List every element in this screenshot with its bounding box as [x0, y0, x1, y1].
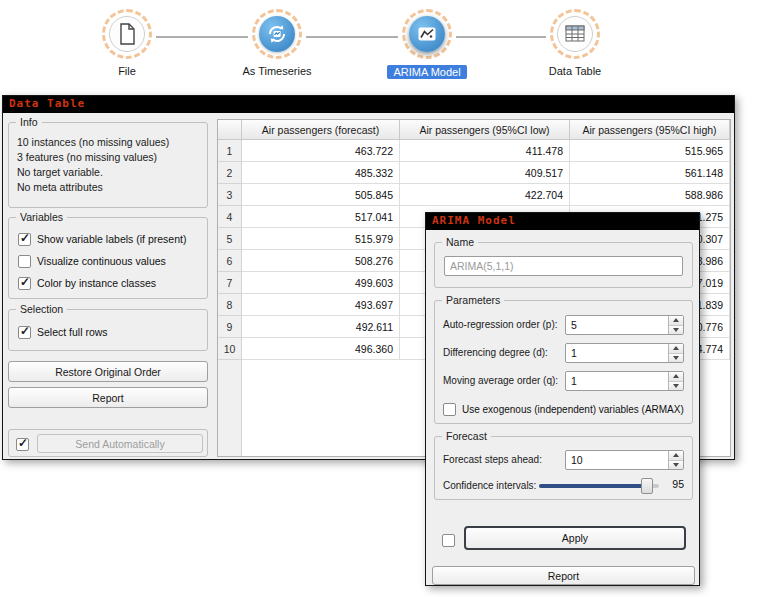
node-ring: [550, 9, 600, 59]
data-table-titlebar[interactable]: Data Table: [3, 96, 734, 113]
select-full-rows-checkbox[interactable]: Select full rows: [18, 324, 108, 340]
cell[interactable]: 496.360: [242, 338, 400, 360]
row-header[interactable]: 3: [218, 184, 242, 206]
cell[interactable]: 588.986: [570, 184, 730, 206]
cell[interactable]: 492.611: [242, 316, 400, 338]
selection-heading: Selection: [16, 303, 67, 315]
cell[interactable]: 411.478: [400, 140, 570, 162]
data-table-window-title: Data Table: [9, 97, 85, 110]
show-variable-labels-checkbox[interactable]: Show variable labels (if present): [18, 231, 186, 247]
row-header[interactable]: 6: [218, 250, 242, 272]
restore-original-order-button[interactable]: Restore Original Order: [8, 361, 208, 382]
q-order-label: Moving average order (q):: [443, 375, 558, 386]
table-row[interactable]: 1 463.722 411.478 515.965: [218, 140, 730, 162]
spin-up-icon[interactable]: [669, 344, 683, 354]
visualize-continuous-checkbox[interactable]: Visualize continuous values: [18, 253, 166, 269]
forecast-steps-spinbox[interactable]: 10: [565, 450, 684, 470]
send-automatically-checkbox[interactable]: [16, 436, 29, 452]
checkbox-icon[interactable]: [18, 255, 31, 268]
node-ring: [252, 9, 302, 59]
cell[interactable]: 485.332: [242, 162, 400, 184]
cell[interactable]: 409.517: [400, 162, 570, 184]
node-as-timeseries[interactable]: As Timeseries: [202, 9, 352, 77]
arima-dialog-titlebar[interactable]: ARIMA Model: [426, 213, 699, 230]
auto-apply-checkbox[interactable]: [442, 532, 455, 548]
cell[interactable]: 463.722: [242, 140, 400, 162]
table-row[interactable]: 2 485.332 409.517 561.148: [218, 162, 730, 184]
node-label-file[interactable]: File: [118, 65, 136, 77]
confidence-slider[interactable]: [539, 478, 659, 494]
table-corner[interactable]: [218, 120, 242, 140]
info-heading: Info: [16, 116, 42, 128]
checkbox-label: Show variable labels (if present): [37, 233, 186, 245]
table-row[interactable]: 3 505.845 422.704 588.986: [218, 184, 730, 206]
arima-report-button[interactable]: Report: [432, 566, 695, 585]
cell[interactable]: 493.697: [242, 294, 400, 316]
slider-handle[interactable]: [641, 478, 653, 494]
spin-value[interactable]: 1: [566, 344, 668, 362]
armax-checkbox[interactable]: Use exogenous (independent) variables (A…: [443, 401, 684, 417]
d-degree-spinbox[interactable]: 1: [565, 343, 684, 363]
spin-value[interactable]: 5: [566, 316, 668, 334]
row-header[interactable]: 4: [218, 206, 242, 228]
column-header-ci-high[interactable]: Air passengers (95%CI high): [570, 120, 730, 140]
cell[interactable]: 561.148: [570, 162, 730, 184]
checkbox-label: Visualize continuous values: [37, 255, 166, 267]
checkbox-icon[interactable]: [18, 233, 31, 246]
p-order-spinbox[interactable]: 5: [565, 315, 684, 335]
cell[interactable]: 499.603: [242, 272, 400, 294]
row-header[interactable]: 5: [218, 228, 242, 250]
checkbox-icon[interactable]: [442, 534, 455, 547]
spin-down-icon[interactable]: [669, 354, 683, 363]
cell[interactable]: 517.041: [242, 206, 400, 228]
send-automatically-button[interactable]: Send Automatically: [37, 434, 203, 453]
cell[interactable]: 505.845: [242, 184, 400, 206]
spin-up-icon[interactable]: [669, 372, 683, 382]
spin-down-icon[interactable]: [669, 382, 683, 391]
row-header[interactable]: 7: [218, 272, 242, 294]
file-icon: [109, 16, 145, 52]
spin-down-icon[interactable]: [669, 326, 683, 335]
confidence-value: 95: [672, 478, 684, 490]
checkbox-icon[interactable]: [18, 277, 31, 290]
q-order-spinbox[interactable]: 1: [565, 371, 684, 391]
spin-value[interactable]: 10: [566, 451, 668, 469]
variables-heading: Variables: [16, 211, 67, 223]
cell[interactable]: 422.704: [400, 184, 570, 206]
spin-value[interactable]: 1: [566, 372, 668, 390]
checkbox-label: Use exogenous (independent) variables (A…: [462, 404, 684, 415]
spin-up-icon[interactable]: [669, 316, 683, 326]
spin-up-icon[interactable]: [669, 451, 683, 461]
checkbox-icon[interactable]: [16, 438, 29, 451]
cell[interactable]: 508.276: [242, 250, 400, 272]
model-name-input[interactable]: [444, 256, 683, 276]
node-file[interactable]: File: [52, 9, 202, 77]
column-header-ci-low[interactable]: Air passengers (95%CI low): [400, 120, 570, 140]
node-data-table[interactable]: Data Table: [500, 9, 650, 77]
node-label-arima-model[interactable]: ARIMA Model: [387, 65, 466, 79]
d-degree-row: Differencing degree (d): 1: [443, 343, 684, 363]
arima-dialog-title: ARIMA Model: [432, 214, 516, 227]
checkbox-icon[interactable]: [443, 403, 456, 416]
spin-down-icon[interactable]: [669, 461, 683, 470]
color-by-class-checkbox[interactable]: Color by instance classes: [18, 275, 156, 291]
apply-button[interactable]: Apply: [464, 526, 686, 550]
column-header-forecast[interactable]: Air passengers (forecast): [242, 120, 400, 140]
cell[interactable]: 515.979: [242, 228, 400, 250]
row-header[interactable]: 10: [218, 338, 242, 360]
row-header[interactable]: 9: [218, 316, 242, 338]
report-button[interactable]: Report: [8, 387, 208, 408]
node-label-as-timeseries[interactable]: As Timeseries: [242, 65, 311, 77]
node-arima-model[interactable]: ARIMA Model: [352, 9, 502, 79]
row-header[interactable]: 1: [218, 140, 242, 162]
checkbox-icon[interactable]: [18, 326, 31, 339]
row-header[interactable]: 2: [218, 162, 242, 184]
node-label-data-table[interactable]: Data Table: [549, 65, 601, 77]
info-line-instances: 10 instances (no missing values): [17, 135, 199, 150]
row-header[interactable]: 8: [218, 294, 242, 316]
cell[interactable]: 515.965: [570, 140, 730, 162]
info-line-target: No target variable.: [17, 165, 199, 180]
checkbox-label: Color by instance classes: [37, 277, 156, 289]
app-screen: File As Timeseries: [0, 0, 768, 597]
selection-group: Selection Select full rows: [8, 309, 208, 351]
